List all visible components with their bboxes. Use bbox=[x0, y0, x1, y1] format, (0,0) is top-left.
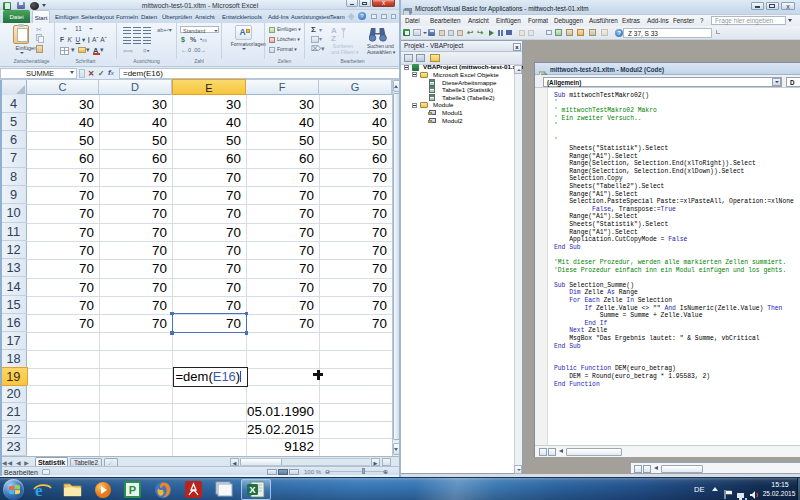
svg-text:P: P bbox=[129, 484, 136, 496]
svg-text:e: e bbox=[35, 481, 43, 499]
svg-text:Z: Z bbox=[331, 34, 336, 42]
svg-text:X: X bbox=[249, 484, 256, 495]
